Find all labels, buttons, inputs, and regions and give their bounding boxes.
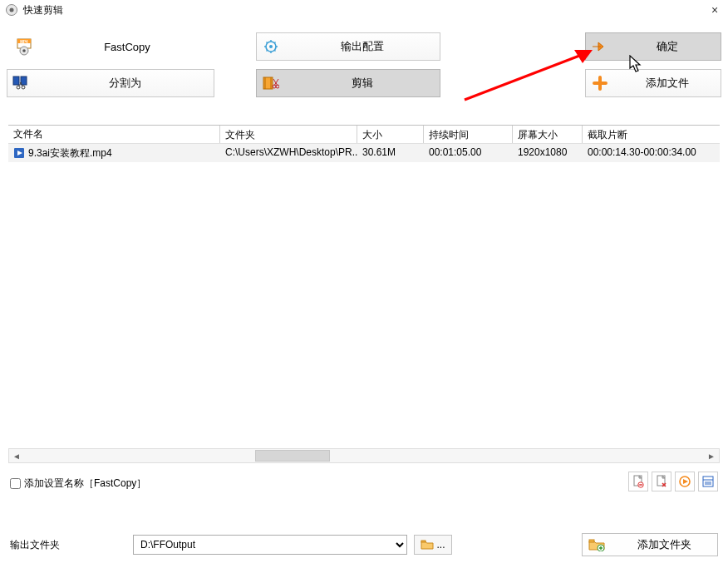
add-folder-label: 添加文件夹	[611, 537, 717, 552]
confirm-label: 确定	[614, 39, 721, 54]
film-scissors-icon	[257, 76, 285, 91]
svg-rect-9	[13, 77, 19, 85]
add-settings-row: 添加设置名称［FastCopy］	[10, 477, 146, 491]
svg-text:MP4: MP4	[20, 40, 28, 44]
folder-plus-icon	[583, 538, 611, 551]
titlebar: 快速剪辑 ×	[0, 0, 728, 20]
output-config-label: 输出配置	[285, 39, 440, 54]
gear-icon	[257, 39, 285, 54]
svg-point-6	[22, 49, 26, 52]
bottom-panel: 添加设置名称［FastCopy］ 输出文件夹 D:\FFOutput ... 添…	[8, 472, 720, 558]
cell-size: 30.61M	[357, 144, 424, 162]
cell-name-text: 9.3ai安装教程.mp4	[28, 146, 112, 161]
doc-remove-button[interactable]	[652, 472, 671, 491]
close-button[interactable]: ×	[706, 3, 723, 17]
arrow-right-icon	[586, 41, 614, 52]
small-toolbar	[628, 472, 718, 491]
window-title: 快速剪辑	[23, 3, 706, 17]
mp4-icon: MP4	[12, 37, 40, 57]
browse-dots: ...	[436, 539, 445, 551]
svg-rect-10	[21, 77, 27, 85]
add-folder-button[interactable]: 添加文件夹	[582, 533, 718, 556]
cell-dimensions: 1920x1080	[513, 144, 583, 162]
edit-button[interactable]: 剪辑	[256, 69, 440, 97]
scroll-track[interactable]	[24, 449, 704, 462]
scroll-left-icon[interactable]: ◄	[9, 449, 24, 462]
properties-button[interactable]	[698, 472, 718, 491]
doc-delete-button[interactable]	[628, 472, 648, 491]
th-duration[interactable]: 持续时间	[424, 126, 513, 143]
output-config-button[interactable]: 输出配置	[256, 32, 440, 61]
fastcopy-icon-cell: MP4 FastCopy	[7, 32, 214, 61]
svg-rect-37	[589, 540, 594, 542]
th-size[interactable]: 大小	[357, 126, 424, 143]
svg-point-1	[10, 8, 14, 12]
scroll-thumb[interactable]	[255, 450, 330, 462]
svg-marker-31	[683, 479, 688, 484]
cell-folder: C:\Users\XZWH\Desktop\PR...	[220, 144, 357, 162]
svg-rect-36	[421, 541, 425, 542]
horizontal-scrollbar[interactable]: ◄ ►	[8, 448, 720, 463]
output-folder-row: 输出文件夹 D:\FFOutput ... 添加文件夹	[10, 533, 718, 556]
edit-label: 剪辑	[285, 76, 440, 91]
add-file-button[interactable]: 添加文件	[585, 69, 721, 97]
split-label: 分割为	[36, 76, 214, 91]
svg-rect-32	[703, 477, 713, 486]
browse-button[interactable]: ...	[414, 535, 452, 555]
cell-name: 9.3ai安装教程.mp4	[8, 144, 220, 162]
th-name[interactable]: 文件名	[8, 126, 220, 143]
svg-point-8	[269, 45, 273, 48]
confirm-button[interactable]: 确定	[585, 32, 721, 61]
play-button[interactable]	[675, 472, 695, 491]
table-header: 文件名 文件夹 大小 持续时间 屏幕大小 截取片断	[8, 126, 720, 144]
add-settings-label: 添加设置名称［FastCopy］	[24, 477, 146, 491]
output-folder-select[interactable]: D:\FFOutput	[133, 535, 407, 555]
video-file-icon	[13, 147, 25, 159]
split-button[interactable]: 分割为	[7, 69, 214, 97]
split-icon	[7, 76, 36, 91]
add-file-label: 添加文件	[614, 76, 721, 91]
table-row[interactable]: 9.3ai安装教程.mp4 C:\Users\XZWH\Desktop\PR..…	[8, 144, 720, 162]
plus-icon	[586, 76, 614, 91]
fastcopy-label: FastCopy	[40, 41, 214, 53]
th-dimensions[interactable]: 屏幕大小	[513, 126, 583, 143]
cell-duration: 00:01:05.00	[424, 144, 513, 162]
app-icon	[5, 3, 18, 17]
folder-icon	[421, 539, 434, 551]
output-folder-label: 输出文件夹	[10, 538, 126, 552]
file-table: 文件名 文件夹 大小 持续时间 屏幕大小 截取片断 9.3ai安装教程.mp4 …	[8, 125, 720, 463]
th-folder[interactable]: 文件夹	[220, 126, 357, 143]
cell-clip: 00:00:14.30-00:00:34.00	[583, 144, 720, 162]
scroll-right-icon[interactable]: ►	[704, 449, 719, 462]
th-clip[interactable]: 截取片断	[583, 126, 720, 143]
table-body: 9.3ai安装教程.mp4 C:\Users\XZWH\Desktop\PR..…	[8, 144, 720, 448]
add-settings-checkbox[interactable]	[10, 478, 21, 489]
